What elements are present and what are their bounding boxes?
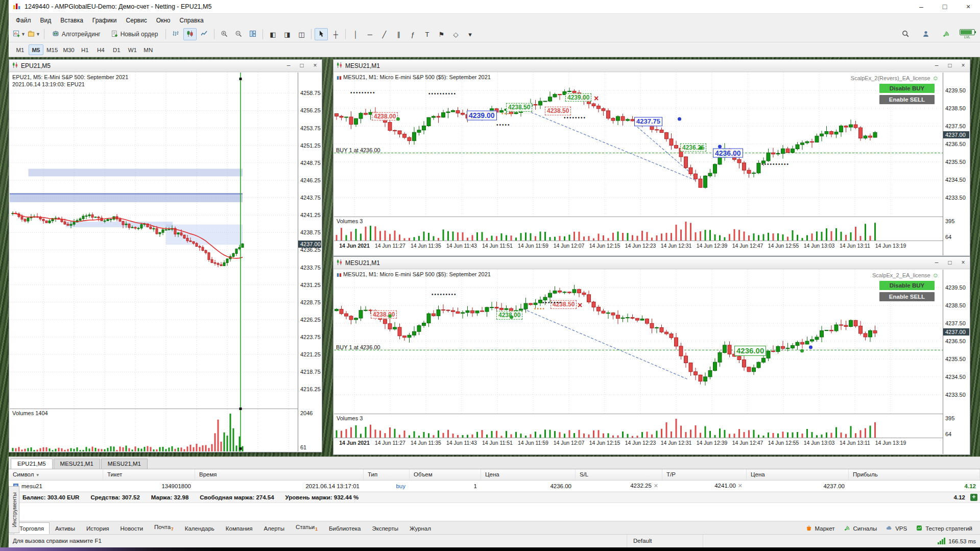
price-scale[interactable]: 4239.504238.504237.504236.504235.504234.… [943,73,969,255]
remove-sl-button[interactable]: ✕ [654,483,658,489]
toolbox-tab-4[interactable]: Почта7 [149,521,179,534]
flag-button[interactable]: ⚑ [435,28,448,40]
timeframe-m30[interactable]: M30 [61,44,76,55]
status-profile[interactable]: Default [627,535,703,547]
timeframe-d1[interactable]: D1 [109,44,124,55]
timeframe-m15[interactable]: M15 [44,44,60,55]
chart-body[interactable]: ▮▮ MESU21, M1: Micro E-mini S&P 500 ($5)… [334,73,969,255]
menu-item-0[interactable]: Файл [11,15,36,26]
column-header-8[interactable]: Цена [747,469,849,480]
mdi-tab-1[interactable]: MESU21,M1 [54,459,100,469]
window-close-button[interactable]: × [308,60,322,71]
column-header-5[interactable]: Цена [481,469,576,480]
arrange-grid-button[interactable]: ◫ [295,28,308,40]
menu-item-1[interactable]: Вид [36,15,56,26]
toolbox-tab-1[interactable]: Активы [50,522,81,534]
enable-sell-button[interactable]: Enable SELL [879,95,935,104]
chart-window-titlebar[interactable]: MESU21,M1–□× [333,60,970,72]
column-header-7[interactable]: T/P [662,469,747,480]
maximize-button[interactable]: □ [933,0,957,13]
mdi-tab-2[interactable]: MESU21,M1 [101,459,148,469]
candles-button[interactable] [183,28,197,40]
disable-buy-button[interactable]: Disable BUY [879,84,935,93]
bars-button[interactable] [169,28,182,40]
price-label[interactable]: 4237.75 [634,117,662,126]
minimize-button[interactable]: – [910,0,933,13]
remove-tp-button[interactable]: ✕ [738,483,743,489]
menu-item-6[interactable]: Справка [175,15,208,26]
tile-windows-button[interactable] [246,28,259,40]
column-header-4[interactable]: Объем [410,469,481,480]
column-header-6[interactable]: S/L [576,469,662,480]
disable-buy-button[interactable]: Disable BUY [879,281,935,290]
menu-item-2[interactable]: Вставка [56,15,88,26]
column-header-1[interactable]: Тикет [103,469,195,480]
menu-item-4[interactable]: Сервис [122,15,152,26]
enable-sell-button[interactable]: Enable SELL [879,292,935,301]
text-button[interactable]: T [420,28,434,40]
toolbox-tab-7[interactable]: Алерты [258,522,290,534]
column-header-0[interactable]: Символ ▼ [9,469,103,480]
window-close-button[interactable]: × [957,60,970,71]
window-minimize-button[interactable]: – [930,60,943,71]
timeframe-m5[interactable]: M5 [29,44,43,55]
window-maximize-button[interactable]: □ [943,60,957,71]
mdi-tab-0[interactable]: EPU21,M5 [11,459,53,469]
close-button[interactable]: × [957,0,980,13]
window-maximize-button[interactable]: □ [943,257,957,269]
tester-tab[interactable]: Тестер стратегий [912,522,977,534]
crosshair-button[interactable]: ┼ [329,28,342,40]
window-close-button[interactable]: × [957,257,970,269]
titlebar[interactable]: 1249440 - AMPGlobalEU-Demo: Демо-счет - … [9,0,980,14]
fibonacci-button[interactable]: ƒ [406,28,419,40]
menu-item-5[interactable]: Окно [152,15,175,26]
chart-canvas[interactable] [10,73,299,451]
arrange-right-button[interactable]: ◨ [280,28,294,40]
price-label[interactable]: 4238.00 [496,311,522,319]
arrange-left-button[interactable]: ◧ [266,28,279,40]
vps-tab[interactable]: VPS [881,522,912,534]
price-label[interactable]: 4239.00 [467,111,497,121]
timeframe-h4[interactable]: H4 [93,44,108,55]
shapes-button[interactable]: ◇ [449,28,462,40]
toolbox-tab-6[interactable]: Компания [220,522,258,534]
price-label[interactable]: 4239.00 [565,93,591,102]
time-scale[interactable]: 14 Jun 202114 Jun 11:2714 Jun 11:3514 Ju… [334,438,944,448]
account-button[interactable] [919,28,933,40]
objects-dropdown[interactable]: ▾ [463,28,476,40]
price-label[interactable]: 4236.00 [713,148,743,158]
connection-ping[interactable]: 166.53 ms [938,535,976,547]
window-minimize-button[interactable]: – [930,257,943,269]
column-header-9[interactable]: Прибыль [849,469,980,480]
price-scale[interactable]: 4239.504238.504237.504236.504235.504234.… [943,270,969,454]
zoom-out-button[interactable] [232,28,245,40]
connection-status[interactable] [940,28,953,40]
toolbox-tab-11[interactable]: Журнал [404,522,437,534]
price-label[interactable]: 4238.00 [372,112,398,121]
toolbox-tab-9[interactable]: Библиотека [323,522,367,534]
menu-item-3[interactable]: Графики [88,15,122,26]
trendline-button[interactable]: ╱ [377,28,391,40]
market-tab[interactable]: Маркет [801,522,840,534]
algo-trading-button[interactable]: Алготрейдинг [47,28,105,40]
battery-indicator[interactable]: LVL [960,29,975,39]
vertical-line-button[interactable]: │ [349,28,362,40]
timeframe-m1[interactable]: M1 [13,44,28,55]
profiles-button[interactable]: ▼ [27,28,41,40]
search-button[interactable] [899,28,912,40]
add-button[interactable]: + [970,494,977,501]
new-chart-button[interactable]: ▼ [12,28,26,40]
horizontal-line-button[interactable]: ─ [363,28,376,40]
price-label[interactable]: 4238.00 [371,310,397,318]
line-chart-button[interactable] [198,28,211,40]
chart-body[interactable]: ▮▮ MESU21, M1: Micro E-mini S&P 500 ($5)… [334,270,969,454]
column-header-2[interactable]: Время [195,469,364,480]
timeframe-h1[interactable]: H1 [78,44,92,55]
window-maximize-button[interactable]: □ [295,60,308,71]
toolbox-tab-8[interactable]: Статьи1 [290,521,323,534]
price-scale[interactable]: 4258.754256.254253.754251.254248.754246.… [298,73,321,451]
price-label[interactable]: 4238.50 [545,107,571,115]
toolbox-tab-3[interactable]: Новости [115,522,149,534]
cursor-button[interactable] [315,28,328,40]
column-header-3[interactable]: Тип [364,469,410,480]
